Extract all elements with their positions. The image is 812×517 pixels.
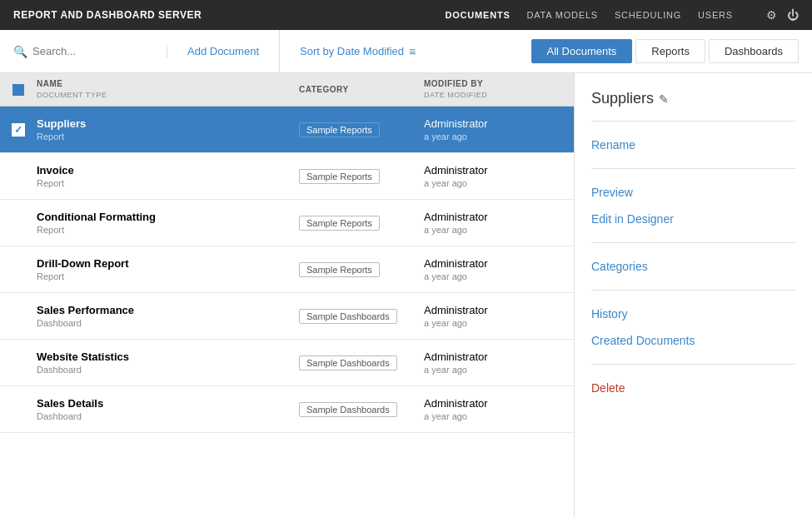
power-icon[interactable]: ⏻: [787, 8, 799, 22]
table-row[interactable]: Sales Performance Dashboard Sample Dashb…: [0, 293, 574, 340]
modified-by: Administrator: [424, 350, 574, 363]
doc-name: Drill-Down Report: [37, 257, 299, 270]
category-badge: Sample Reports: [299, 216, 380, 231]
rename-action-group: Rename: [591, 132, 795, 158]
edit-pencil-icon[interactable]: ✎: [659, 92, 669, 106]
category-badge: Sample Dashboards: [299, 309, 397, 324]
category-badge: Sample Reports: [299, 122, 380, 137]
preview-action-group: Preview Edit in Designer: [591, 179, 795, 232]
doc-modified-col: Administrator a year ago: [424, 157, 574, 195]
modified-when: a year ago: [424, 365, 574, 375]
nav-links: DOCUMENTS DATA MODELS SCHEDULING USERS: [445, 7, 733, 23]
doc-category-col: Sample Reports: [299, 169, 424, 184]
doc-type: Dashboard: [37, 411, 299, 421]
modified-by: Administrator: [424, 211, 574, 223]
doc-category-col: Sample Reports: [299, 122, 424, 137]
modified-when: a year ago: [424, 318, 574, 328]
doc-type: Report: [37, 132, 299, 142]
doc-category-col: Sample Dashboards: [299, 402, 424, 417]
edit-in-designer-button[interactable]: Edit in Designer: [591, 206, 795, 232]
modified-by: Administrator: [424, 397, 574, 410]
panel-divider: [591, 121, 795, 122]
doc-category-col: Sample Reports: [299, 216, 424, 231]
doc-modified-col: Administrator a year ago: [424, 204, 574, 241]
sort-label: Sort by Date Modified: [300, 45, 404, 57]
doc-name: Website Statistics: [37, 350, 299, 363]
sort-icon: ≡: [409, 45, 416, 58]
category-badge: Sample Reports: [299, 169, 380, 184]
category-badge: Sample Dashboards: [299, 402, 397, 417]
modified-when: a year ago: [424, 411, 574, 421]
nav-documents[interactable]: DOCUMENTS: [445, 7, 510, 23]
panel-title: Suppliers ✎: [591, 90, 795, 107]
doc-modified-col: Administrator a year ago: [424, 251, 574, 288]
table-row[interactable]: Website Statistics Dashboard Sample Dash…: [0, 340, 574, 386]
settings-icon[interactable]: ⚙: [766, 8, 777, 22]
doc-name-col: Sales Details Dashboard: [37, 390, 299, 428]
category-badge: Sample Reports: [299, 262, 380, 277]
column-modified-header: MODIFIED BY DATE MODIFIED: [424, 78, 574, 101]
row-checkbox[interactable]: ✓: [0, 123, 37, 137]
nav-users[interactable]: USERS: [698, 7, 733, 23]
history-button[interactable]: History: [591, 301, 795, 327]
doc-modified-col: Administrator a year ago: [424, 390, 574, 428]
panel-divider: [591, 290, 795, 291]
filter-all-documents[interactable]: All Documents: [531, 39, 633, 63]
checkbox-checked: ✓: [12, 123, 25, 137]
filter-dashboards[interactable]: Dashboards: [709, 39, 799, 63]
doc-name: Suppliers: [37, 117, 299, 130]
doc-type: Report: [37, 225, 299, 235]
doc-name: Invoice: [37, 164, 299, 176]
toolbar: 🔍 Add Document Sort by Date Modified ≡ A…: [0, 30, 812, 73]
select-all-checkbox[interactable]: [12, 84, 24, 96]
modified-by: Administrator: [424, 304, 574, 316]
doc-name-col: Suppliers Report: [37, 111, 299, 148]
panel-doc-title: Suppliers: [591, 90, 654, 107]
table-row[interactable]: Sales Details Dashboard Sample Dashboard…: [0, 386, 574, 433]
category-badge: Sample Dashboards: [299, 355, 397, 370]
doc-modified-col: Administrator a year ago: [424, 344, 574, 381]
delete-button[interactable]: Delete: [591, 375, 795, 401]
sort-button[interactable]: Sort by Date Modified ≡: [280, 45, 531, 58]
doc-category-col: Sample Dashboards: [299, 309, 424, 324]
search-icon: 🔍: [13, 45, 27, 58]
column-category-header: CATEGORY: [299, 85, 424, 94]
app-brand: REPORT AND DASHBOARD SERVER: [13, 9, 425, 21]
main-content: NAME DOCUMENT TYPE CATEGORY MODIFIED BY …: [0, 73, 812, 517]
filter-reports[interactable]: Reports: [635, 39, 705, 63]
history-action-group: History Created Documents: [591, 301, 795, 354]
table-row[interactable]: Conditional Formatting Report Sample Rep…: [0, 200, 574, 246]
modified-by: Administrator: [424, 257, 574, 270]
modified-when: a year ago: [424, 271, 574, 281]
doc-name: Sales Details: [37, 397, 299, 410]
panel-divider: [591, 168, 795, 169]
doc-name-col: Sales Performance Dashboard: [37, 297, 299, 335]
doc-category-col: Sample Dashboards: [299, 355, 424, 370]
doc-type: Report: [37, 271, 299, 281]
document-table: NAME DOCUMENT TYPE CATEGORY MODIFIED BY …: [0, 73, 575, 517]
search-input[interactable]: [32, 45, 132, 57]
table-row[interactable]: Invoice Report Sample Reports Administra…: [0, 153, 574, 200]
rename-button[interactable]: Rename: [591, 132, 795, 158]
doc-name: Sales Performance: [37, 304, 299, 316]
created-documents-button[interactable]: Created Documents: [591, 327, 795, 354]
header-checkbox[interactable]: [0, 84, 37, 96]
modified-by: Administrator: [424, 164, 574, 176]
doc-name-col: Invoice Report: [37, 157, 299, 195]
table-row[interactable]: ✓ Suppliers Report Sample Reports Admini…: [0, 107, 574, 153]
categories-button[interactable]: Categories: [591, 253, 795, 280]
table-row[interactable]: Drill-Down Report Report Sample Reports …: [0, 246, 574, 293]
add-document-button[interactable]: Add Document: [167, 30, 280, 73]
nav-scheduling[interactable]: SCHEDULING: [615, 7, 681, 23]
categories-action-group: Categories: [591, 253, 795, 280]
nav-data-models[interactable]: DATA MODELS: [527, 7, 598, 23]
modified-when: a year ago: [424, 178, 574, 188]
doc-modified-col: Administrator a year ago: [424, 297, 574, 335]
column-name-header: NAME DOCUMENT TYPE: [37, 78, 299, 101]
doc-type: Dashboard: [37, 318, 299, 328]
delete-action-group: Delete: [591, 375, 795, 401]
preview-button[interactable]: Preview: [591, 179, 795, 206]
doc-category-col: Sample Reports: [299, 262, 424, 277]
doc-modified-col: Administrator a year ago: [424, 111, 574, 148]
filter-buttons: All Documents Reports Dashboards: [531, 39, 799, 63]
